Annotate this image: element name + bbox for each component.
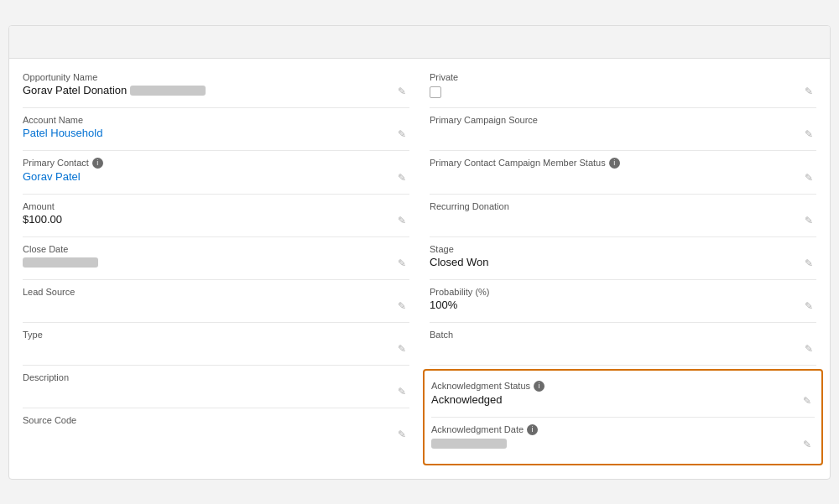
label-text-primary-contact: Primary Contact	[23, 158, 89, 168]
redacted-acknowledgment-date	[431, 439, 507, 449]
card-body: Opportunity NameGorav Patel Donation ✎Ac…	[9, 59, 830, 479]
field-source-code: Source Code ✎	[23, 408, 409, 450]
field-amount: Amount$100.00✎	[23, 195, 409, 237]
field-private: Private✎	[430, 65, 816, 108]
label-type: Type	[23, 330, 409, 340]
label-text-private: Private	[430, 72, 458, 82]
value-amount: $100.00	[23, 213, 409, 230]
label-account-name: Account Name	[23, 115, 409, 125]
label-text-acknowledgment-status: Acknowledgment Status	[431, 381, 530, 391]
label-text-stage: Stage	[430, 244, 454, 254]
label-acknowledgment-status: Acknowledgment Statusi	[431, 381, 815, 392]
label-lead-source: Lead Source	[23, 287, 409, 297]
label-text-primary-campaign-source: Primary Campaign Source	[430, 115, 538, 125]
label-probability: Probability (%)	[430, 287, 816, 297]
label-text-acknowledgment-date: Acknowledgment Date	[431, 424, 524, 434]
acknowledgment-highlight-box: Acknowledgment StatusiAcknowledged✎Ackno…	[423, 369, 823, 465]
label-close-date: Close Date	[23, 244, 409, 254]
label-text-close-date: Close Date	[23, 244, 68, 254]
label-primary-contact: Primary Contacti	[23, 158, 409, 169]
edit-icon-amount[interactable]: ✎	[398, 215, 406, 226]
label-text-account-name: Account Name	[23, 115, 83, 125]
field-stage: StageClosed Won✎	[430, 237, 816, 280]
value-acknowledgment-status: Acknowledged	[431, 393, 815, 410]
field-primary-contact-campaign-member-status: Primary Contact Campaign Member Statusi …	[430, 151, 816, 195]
label-text-amount: Amount	[23, 201, 55, 211]
label-text-probability: Probability (%)	[430, 287, 490, 297]
value-close-date	[23, 256, 409, 273]
field-primary-campaign-source: Primary Campaign Source ✎	[430, 108, 816, 151]
info-icon-primary-contact[interactable]: i	[92, 158, 103, 169]
edit-icon-primary-contact-campaign-member-status[interactable]: ✎	[805, 172, 813, 184]
value-type	[23, 341, 409, 358]
label-acknowledgment-date: Acknowledgment Datei	[431, 424, 815, 435]
info-icon-acknowledgment-status[interactable]: i	[534, 381, 545, 392]
label-description: Description	[23, 372, 409, 382]
label-amount: Amount	[23, 201, 409, 211]
donation-information-card: Opportunity NameGorav Patel Donation ✎Ac…	[8, 25, 831, 480]
label-text-lead-source: Lead Source	[23, 287, 75, 297]
info-icon-acknowledgment-date[interactable]: i	[527, 424, 538, 435]
label-source-code: Source Code	[23, 415, 409, 425]
value-private	[430, 84, 816, 101]
field-acknowledgment-date: Acknowledgment Datei✎	[431, 418, 815, 460]
value-primary-campaign-source	[430, 127, 816, 143]
redacted-close-date	[23, 257, 98, 268]
field-close-date: Close Date✎	[23, 237, 409, 280]
collapse-chevron-icon[interactable]	[23, 36, 34, 48]
value-primary-contact[interactable]: Gorav Patel	[23, 170, 409, 187]
label-batch: Batch	[430, 330, 816, 340]
info-icon-primary-contact-campaign-member-status[interactable]: i	[609, 158, 620, 169]
value-opportunity-name: Gorav Patel Donation	[23, 84, 409, 101]
field-acknowledgment-status: Acknowledgment StatusiAcknowledged✎	[431, 374, 815, 418]
label-primary-campaign-source: Primary Campaign Source	[430, 115, 816, 125]
edit-icon-type[interactable]: ✎	[398, 343, 406, 355]
edit-icon-source-code[interactable]: ✎	[398, 429, 406, 440]
checkbox-private[interactable]	[430, 86, 441, 98]
edit-icon-primary-campaign-source[interactable]: ✎	[805, 128, 813, 140]
edit-icon-opportunity-name[interactable]: ✎	[398, 86, 406, 97]
edit-icon-account-name[interactable]: ✎	[398, 128, 406, 140]
field-recurring-donation: Recurring Donation ✎	[430, 195, 816, 237]
edit-icon-batch[interactable]: ✎	[805, 343, 813, 355]
value-lead-source	[23, 299, 409, 315]
edit-icon-private[interactable]: ✎	[805, 86, 813, 97]
edit-icon-close-date[interactable]: ✎	[398, 257, 406, 269]
edit-icon-primary-contact[interactable]: ✎	[398, 172, 406, 184]
label-text-primary-contact-campaign-member-status: Primary Contact Campaign Member Status	[430, 158, 606, 168]
field-probability: Probability (%)100%✎	[430, 280, 816, 323]
edit-icon-lead-source[interactable]: ✎	[398, 300, 406, 312]
value-description	[23, 384, 409, 401]
edit-icon-stage[interactable]: ✎	[805, 257, 813, 269]
edit-icon-recurring-donation[interactable]: ✎	[805, 215, 813, 226]
label-text-source-code: Source Code	[23, 415, 76, 425]
left-column: Opportunity NameGorav Patel Donation ✎Ac…	[23, 65, 409, 465]
label-recurring-donation: Recurring Donation	[430, 201, 816, 211]
value-acknowledgment-date	[431, 437, 815, 454]
label-primary-contact-campaign-member-status: Primary Contact Campaign Member Statusi	[430, 158, 816, 169]
label-stage: Stage	[430, 244, 816, 254]
label-text-recurring-donation: Recurring Donation	[430, 201, 509, 211]
edit-icon-acknowledgment-status[interactable]: ✎	[803, 395, 811, 407]
field-primary-contact: Primary ContactiGorav Patel✎	[23, 151, 409, 195]
field-account-name: Account NamePatel Household✎	[23, 108, 409, 151]
label-text-batch: Batch	[430, 330, 453, 340]
right-column: Private✎Primary Campaign Source ✎Primary…	[430, 65, 816, 465]
field-lead-source: Lead Source ✎	[23, 280, 409, 323]
value-batch	[430, 341, 816, 358]
value-recurring-donation	[430, 213, 816, 230]
field-batch: Batch ✎	[430, 323, 816, 366]
field-opportunity-name: Opportunity NameGorav Patel Donation ✎	[23, 65, 409, 108]
value-primary-contact-campaign-member-status	[430, 170, 816, 187]
field-description: Description ✎	[23, 366, 409, 408]
edit-icon-acknowledgment-date[interactable]: ✎	[803, 439, 811, 450]
field-type: Type ✎	[23, 323, 409, 366]
label-private: Private	[430, 72, 816, 82]
value-source-code	[23, 427, 409, 444]
card-header	[9, 26, 830, 59]
label-opportunity-name: Opportunity Name	[23, 72, 409, 82]
redacted-suffix-opportunity-name	[130, 86, 206, 96]
value-account-name[interactable]: Patel Household	[23, 127, 409, 143]
edit-icon-probability[interactable]: ✎	[805, 300, 813, 312]
edit-icon-description[interactable]: ✎	[398, 386, 406, 397]
